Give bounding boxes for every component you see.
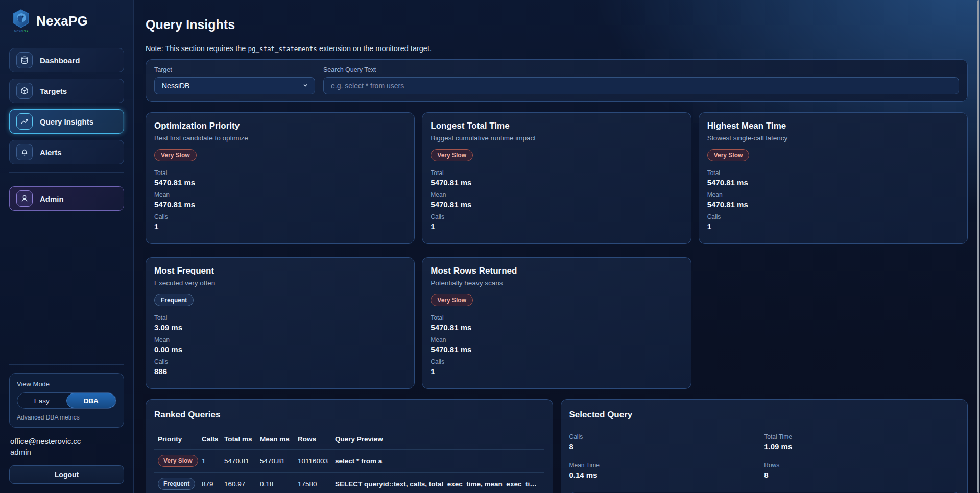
stat-label: Calls — [154, 358, 406, 365]
table-row[interactable]: Very Slow 1 5470.81 5470.81 10116003 sel… — [154, 450, 544, 473]
main-content: Query Insights Note: This section requir… — [134, 0, 980, 493]
sidebar-item-label: Admin — [40, 194, 64, 203]
note-text: Note: This section requires the pg_stat_… — [146, 44, 968, 53]
search-input[interactable] — [323, 77, 959, 94]
cell-query-preview: select * from a — [331, 457, 544, 465]
cell-priority: Frequent — [154, 478, 198, 490]
column-header-total-ms: Total ms — [221, 435, 256, 443]
chevron-down-icon — [302, 81, 308, 90]
cell-query-preview: SELECT queryid::text, calls, total_exec_… — [331, 480, 544, 488]
cell-total-ms: 160.97 — [221, 480, 256, 488]
insight-card-longest-total-time: Longest Total Time Biggest cumulative ru… — [422, 112, 691, 244]
insight-card-most-frequent: Most Frequent Executed very often Freque… — [146, 257, 415, 389]
note-suffix: extension on the monitored target. — [317, 44, 432, 53]
search-label: Search Query Text — [323, 66, 959, 73]
stat-value: 5470.81 ms — [431, 345, 682, 354]
sidebar-item-label: Targets — [40, 87, 67, 95]
stat: Total5470.81 ms — [431, 169, 682, 187]
cell-rows: 10116003 — [294, 457, 331, 465]
stat-value: 5470.81 ms — [154, 200, 406, 209]
card-subtitle: Slowest single-call latency — [707, 134, 959, 142]
card-subtitle: Potentially heavy scans — [431, 279, 682, 287]
stat-label: Total — [154, 314, 406, 322]
card-title: Optimization Priority — [154, 121, 406, 131]
card-subtitle: Best first candidate to optimize — [154, 134, 406, 142]
cube-icon — [16, 83, 33, 99]
status-badge: Frequent — [158, 478, 195, 490]
cell-rows: 17580 — [294, 480, 331, 488]
stat-label: Mean — [431, 191, 682, 199]
toggle-option-easy[interactable]: Easy — [17, 393, 66, 408]
stat-value: 8 — [764, 471, 959, 479]
selected-query-title: Selected Query — [569, 410, 960, 420]
status-badge: Very Slow — [707, 149, 750, 161]
search-field: Search Query Text — [323, 66, 959, 94]
brand-logo-caption: NexaPG — [10, 29, 32, 33]
sidebar-item-query-insights[interactable]: Query Insights — [9, 109, 124, 134]
ranked-queries-title: Ranked Queries — [154, 410, 544, 420]
cell-priority: Very Slow — [154, 455, 198, 467]
table-row[interactable]: Frequent 879 160.97 0.18 17580 SELECT qu… — [154, 473, 544, 493]
stat-value: 1 — [431, 222, 682, 231]
sidebar-footer: View Mode Easy DBA Advanced DBA metrics … — [9, 364, 124, 484]
stat-label: Total — [154, 169, 406, 177]
stat: Calls1 — [431, 213, 682, 231]
target-select[interactable]: NessiDB — [154, 77, 315, 94]
column-header-priority: Priority — [154, 435, 198, 443]
status-badge: Very Slow — [431, 149, 473, 161]
selected-query-card: Selected Query Calls8 Total Time1.09 ms … — [561, 399, 968, 493]
page-title: Query Insights — [146, 17, 968, 32]
stat: Calls1 — [431, 358, 682, 376]
target-select-value: NessiDB — [162, 82, 189, 90]
sidebar-item-dashboard[interactable]: Dashboard — [9, 48, 124, 72]
bottom-section: Ranked Queries Priority Calls Total ms M… — [146, 399, 968, 493]
grid-spacer — [699, 257, 968, 389]
status-badge: Frequent — [154, 294, 194, 306]
card-subtitle: Executed very often — [154, 279, 406, 287]
stat-label: Mean — [154, 336, 406, 343]
sidebar-item-targets[interactable]: Targets — [9, 79, 124, 103]
stat-value: 0.14 ms — [569, 471, 764, 479]
stat-value: 5470.81 ms — [431, 200, 682, 209]
stat-value: 5470.81 ms — [707, 178, 959, 187]
stat-label: Calls — [707, 213, 959, 220]
logout-button[interactable]: Logout — [9, 465, 124, 484]
stat-value: 5470.81 ms — [154, 178, 406, 187]
cell-mean-ms: 5470.81 — [256, 457, 294, 465]
stat-label: Calls — [154, 213, 406, 220]
status-badge: Very Slow — [158, 455, 198, 467]
stat: Calls886 — [154, 358, 406, 376]
vertical-scrollbar[interactable] — [977, 0, 979, 493]
stat-label: Mean — [707, 191, 959, 199]
stat-value: 1 — [431, 367, 682, 376]
stat-label: Calls — [431, 358, 682, 365]
brand: NexaPG NexaPG — [10, 9, 124, 33]
ranked-queries-card: Ranked Queries Priority Calls Total ms M… — [146, 399, 553, 493]
database-icon — [16, 52, 33, 68]
brand-logo-icon: NexaPG — [10, 9, 32, 33]
stat: Total5470.81 ms — [154, 169, 406, 187]
insight-cards-grid: Optimization Priority Best first candida… — [146, 112, 968, 389]
stat: Mean5470.81 ms — [154, 191, 406, 209]
stat: Total3.09 ms — [154, 314, 406, 332]
stat: Mean5470.81 ms — [707, 191, 959, 209]
view-mode-toggle: Easy DBA — [17, 392, 116, 409]
target-field: Target NessiDB — [154, 66, 315, 94]
sidebar-divider — [9, 364, 124, 365]
toggle-option-dba[interactable]: DBA — [66, 393, 116, 408]
stat-value: 1.09 ms — [764, 442, 959, 451]
insight-card-optimization-priority: Optimization Priority Best first candida… — [146, 112, 415, 244]
column-header-query-preview: Query Preview — [331, 435, 544, 443]
sidebar-item-label: Dashboard — [40, 56, 80, 65]
sidebar-item-admin[interactable]: Admin — [9, 186, 124, 211]
view-mode-title: View Mode — [17, 380, 116, 388]
sidebar-item-alerts[interactable]: Alerts — [9, 140, 124, 164]
stat-label: Mean — [431, 336, 682, 343]
stat-value: 8 — [569, 442, 764, 451]
user-icon — [16, 190, 33, 207]
sidebar-divider — [9, 172, 124, 173]
stat-label: Calls — [569, 433, 764, 440]
stat-label: Total Time — [764, 433, 959, 440]
insight-card-highest-mean-time: Highest Mean Time Slowest single-call la… — [699, 112, 968, 244]
user-email: office@nesterovic.cc — [10, 437, 124, 446]
